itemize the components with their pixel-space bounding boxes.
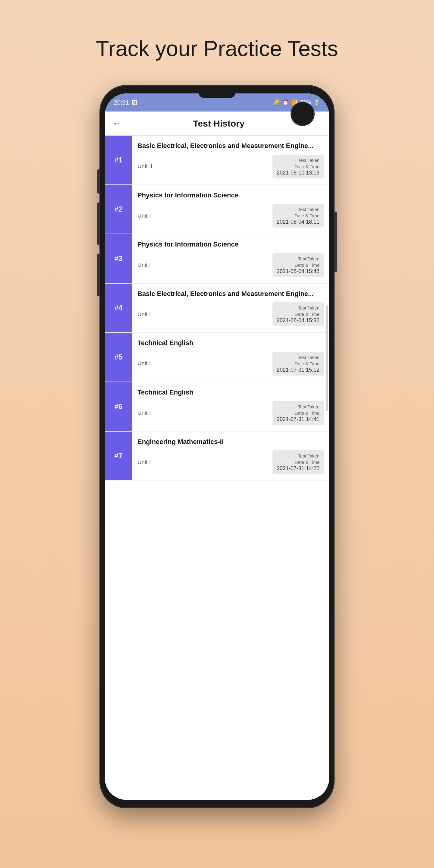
item-body-5: Technical English Unit I Test TakenDate …	[132, 333, 329, 381]
item-date-box-6: Test TakenDate & Time 2021-07-31 14:41	[273, 401, 324, 425]
phone-screen: 20:31 🖼 🔑 ⏰ 📶 58% 🔋 ← Test History #1 Ba…	[105, 93, 329, 800]
item-date-box-5: Test TakenDate & Time 2021-07-31 15:12	[273, 352, 324, 375]
item-bottom-3: Unit I Test TakenDate & Time 2021-08-04 …	[137, 253, 324, 277]
phone-button-vol-up	[97, 203, 99, 245]
item-date-label-2: Test TakenDate & Time	[277, 206, 319, 219]
status-photo-icon: 🖼	[131, 99, 137, 106]
item-date-label-4: Test TakenDate & Time	[277, 305, 319, 317]
item-date-label-7: Test TakenDate & Time	[277, 453, 319, 465]
item-bottom-1: Unit II Test TakenDate & Time 2021-08-10…	[137, 155, 324, 179]
item-unit-4: Unit I	[137, 311, 151, 318]
item-rank-1: #1	[105, 135, 132, 184]
item-bottom-7: Unit I Test TakenDate & Time 2021-07-31 …	[137, 450, 324, 474]
list-item[interactable]: #3 Physics for Information Science Unit …	[105, 234, 329, 284]
item-rank-6: #6	[105, 382, 132, 431]
item-date-value-1: 2021-08-10 13:18	[277, 170, 319, 176]
item-date-value-4: 2021-08-04 15:32	[277, 317, 319, 324]
item-unit-5: Unit I	[137, 360, 151, 367]
item-rank-3: #3	[105, 234, 132, 283]
item-unit-7: Unit I	[137, 459, 151, 466]
list-item[interactable]: #5 Technical English Unit I Test TakenDa…	[105, 333, 329, 382]
item-date-label-3: Test TakenDate & Time	[277, 255, 319, 268]
phone-button-power	[335, 212, 337, 272]
phone-notch	[199, 93, 235, 98]
item-date-value-6: 2021-07-31 14:41	[277, 416, 319, 423]
item-body-2: Physics for Information Science Unit I T…	[132, 185, 329, 234]
status-time: 20:31	[114, 99, 129, 106]
item-date-box-3: Test TakenDate & Time 2021-08-04 15:48	[273, 253, 324, 277]
item-rank-2: #2	[105, 185, 132, 234]
item-date-box-7: Test TakenDate & Time 2021-07-31 14:22	[273, 450, 324, 474]
list-item[interactable]: #7 Engineering Mathematics-II Unit I Tes…	[105, 432, 329, 481]
page-title: Track your Practice Tests	[96, 36, 338, 61]
test-history-list: #1 Basic Electrical, Electronics and Mea…	[105, 135, 329, 800]
item-date-value-3: 2021-08-04 15:48	[277, 268, 319, 275]
item-unit-6: Unit I	[137, 410, 151, 416]
item-date-box-2: Test TakenDate & Time 2021-08-04 18:11	[273, 204, 324, 227]
item-rank-7: #7	[105, 432, 132, 480]
phone-button-vol-toggle	[97, 169, 99, 193]
item-bottom-6: Unit I Test TakenDate & Time 2021-07-31 …	[137, 401, 324, 425]
item-date-label-1: Test TakenDate & Time	[277, 157, 319, 170]
item-subject-6: Technical English	[137, 388, 324, 397]
item-date-label-5: Test TakenDate & Time	[277, 354, 319, 367]
item-rank-4: #4	[105, 284, 132, 333]
list-item[interactable]: #2 Physics for Information Science Unit …	[105, 185, 329, 235]
item-subject-4: Basic Electrical, Electronics and Measur…	[137, 290, 324, 299]
item-subject-1: Basic Electrical, Electronics and Measur…	[137, 142, 324, 150]
item-body-4: Basic Electrical, Electronics and Measur…	[132, 284, 329, 333]
status-alarm-icon: ⏰	[282, 99, 289, 106]
item-date-value-2: 2021-08-04 18:11	[277, 219, 319, 225]
item-body-3: Physics for Information Science Unit I T…	[132, 234, 329, 283]
phone-camera	[290, 102, 315, 126]
item-subject-3: Physics for Information Science	[137, 240, 324, 249]
item-subject-2: Physics for Information Science	[137, 191, 324, 200]
item-unit-3: Unit I	[137, 261, 151, 268]
item-subject-7: Engineering Mathematics-II	[137, 438, 324, 446]
list-item[interactable]: #6 Technical English Unit I Test TakenDa…	[105, 382, 329, 432]
item-body-6: Technical English Unit I Test TakenDate …	[132, 382, 329, 431]
phone-mockup: 20:31 🖼 🔑 ⏰ 📶 58% 🔋 ← Test History #1 Ba…	[99, 85, 335, 808]
item-body-1: Basic Electrical, Electronics and Measur…	[132, 135, 329, 184]
item-bottom-4: Unit I Test TakenDate & Time 2021-08-04 …	[137, 302, 324, 326]
item-unit-2: Unit I	[137, 213, 151, 219]
item-date-box-1: Test TakenDate & Time 2021-08-10 13:18	[273, 155, 324, 179]
status-key-icon: 🔑	[273, 99, 280, 106]
list-item[interactable]: #1 Basic Electrical, Electronics and Mea…	[105, 135, 329, 185]
item-body-7: Engineering Mathematics-II Unit I Test T…	[132, 432, 329, 480]
item-unit-1: Unit II	[137, 163, 153, 170]
item-subject-5: Technical English	[137, 339, 324, 347]
item-date-value-5: 2021-07-31 15:12	[277, 367, 319, 373]
list-item[interactable]: #4 Basic Electrical, Electronics and Mea…	[105, 284, 329, 333]
back-button[interactable]: ←	[112, 118, 122, 129]
item-date-value-7: 2021-07-31 14:22	[277, 465, 319, 472]
item-rank-5: #5	[105, 333, 132, 381]
phone-button-vol-down	[97, 254, 99, 296]
status-left: 20:31 🖼	[114, 99, 137, 106]
item-bottom-5: Unit I Test TakenDate & Time 2021-07-31 …	[137, 352, 324, 375]
scroll-indicator[interactable]	[327, 305, 328, 411]
item-date-label-6: Test TakenDate & Time	[277, 404, 319, 416]
item-bottom-2: Unit I Test TakenDate & Time 2021-08-04 …	[137, 204, 324, 227]
item-date-box-4: Test TakenDate & Time 2021-08-04 15:32	[273, 302, 324, 326]
status-battery-icon: 🔋	[313, 99, 320, 106]
